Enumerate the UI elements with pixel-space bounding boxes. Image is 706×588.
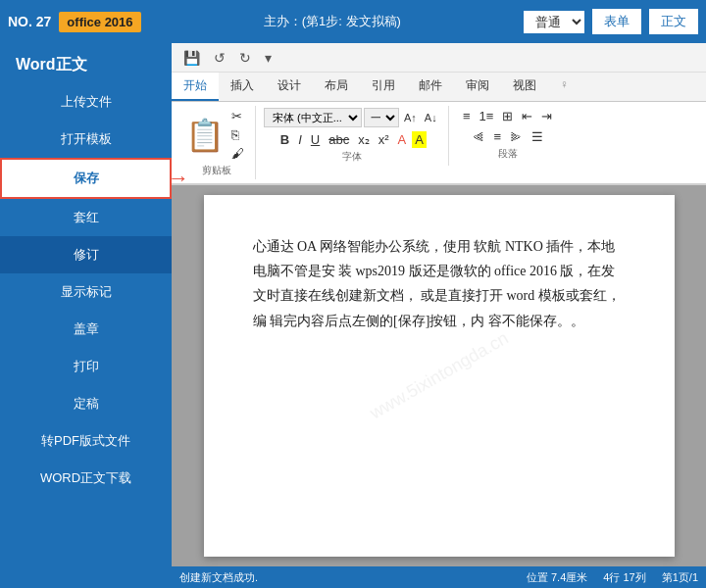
page-indicator: 第1页/1 (662, 570, 698, 585)
sidebar-item-template[interactable]: 打开模板 (0, 121, 172, 158)
status-bar: 创建新文档成功. 位置 7.4厘米 4行 17列 第1页/1 (172, 566, 706, 588)
document-no: NO. 27 (8, 14, 51, 29)
align-right-button[interactable]: ⫸ (507, 128, 526, 145)
sidebar-item-cover[interactable]: 套红 (0, 199, 172, 236)
clipboard-group: 📋 ✂ ⎘ 🖌 剪贴板 (177, 106, 256, 179)
quick-access-toolbar: 💾 ↺ ↻ ▾ (172, 43, 706, 73)
subscript-button[interactable]: x₂ (355, 131, 373, 148)
decrease-font-icon[interactable]: A↓ (422, 111, 440, 124)
undo-icon[interactable]: ↺ (210, 48, 229, 68)
tab-home[interactable]: 开始 (172, 73, 219, 101)
top-bar-title: 主办：(第1步: 发文拟稿) (149, 13, 516, 30)
form-button[interactable]: 表单 (592, 9, 641, 34)
paste-button[interactable]: 📋 (185, 120, 225, 151)
status-message: 创建新文档成功. (179, 570, 527, 585)
sidebar-item-finalize[interactable]: 定稿 (0, 385, 172, 422)
numbering-button[interactable]: 1≡ (477, 108, 497, 124)
main-layout: Word正文 上传文件 打开模板 保存 → 套红 修订 显示标记 盖章 打印 定… (0, 43, 706, 588)
font-label: 字体 (342, 150, 362, 164)
paragraph-label: 段落 (498, 147, 518, 161)
cut-icon[interactable]: ✂ (228, 108, 247, 124)
highlight-button[interactable]: A (412, 131, 427, 148)
tab-help[interactable]: ♀ (548, 73, 580, 101)
increase-indent-button[interactable]: ⇥ (538, 108, 555, 124)
arrow-icon: → (168, 166, 189, 191)
sidebar-title: Word正文 (0, 43, 172, 83)
save-quick-icon[interactable]: 💾 (179, 48, 204, 68)
ribbon-tabs: 开始 插入 设计 布局 引用 邮件 审阅 视图 ♀ (172, 73, 706, 102)
format-paint-icon[interactable]: 🖌 (228, 145, 247, 162)
font-size-select[interactable]: 一号 (364, 108, 399, 127)
font-group: 宋体 (中文正... 一号 A↑ A↓ B I U abc x₂ (256, 106, 449, 166)
multilevel-list-button[interactable]: ⊞ (499, 108, 516, 124)
sidebar-item-seal[interactable]: 盖章 (0, 311, 172, 348)
content-area: 💾 ↺ ↻ ▾ 开始 插入 设计 布局 引用 邮件 审阅 视图 ♀ (172, 43, 706, 588)
tab-mailings[interactable]: 邮件 (407, 73, 454, 101)
underline-button[interactable]: U (308, 131, 323, 148)
italic-button[interactable]: I (295, 131, 305, 148)
sidebar-item-print[interactable]: 打印 (0, 348, 172, 385)
sidebar-item-save[interactable]: 保存 → (0, 158, 172, 199)
status-right: 位置 7.4厘米 4行 17列 第1页/1 (527, 570, 698, 585)
align-left-button[interactable]: ⫷ (469, 128, 487, 145)
redo-icon[interactable]: ↻ (235, 48, 255, 68)
sidebar-item-revision[interactable]: 修订 (0, 236, 172, 273)
tab-layout[interactable]: 布局 (313, 73, 360, 101)
font-name-select[interactable]: 宋体 (中文正... (264, 108, 362, 127)
bullets-button[interactable]: ≡ (460, 108, 474, 124)
word-toolbar: 💾 ↺ ↻ ▾ 开始 插入 设计 布局 引用 邮件 审阅 视图 ♀ (172, 43, 706, 185)
document-text[interactable]: 心通达 OA 网络智能办公系统，使用 软航 NTKO 插件，本地电脑不管是安 装… (253, 234, 626, 333)
tab-review[interactable]: 审阅 (454, 73, 501, 101)
font-color-button[interactable]: A (395, 131, 410, 148)
app-tag: office 2016 (59, 12, 140, 32)
sidebar-item-upload[interactable]: 上传文件 (0, 83, 172, 121)
bold-button[interactable]: B (277, 131, 292, 148)
tab-insert[interactable]: 插入 (219, 73, 266, 101)
copy-icon[interactable]: ⎘ (228, 126, 247, 143)
tab-references[interactable]: 引用 (360, 73, 407, 101)
increase-font-icon[interactable]: A↑ (401, 111, 420, 124)
sidebar-item-marks[interactable]: 显示标记 (0, 273, 172, 311)
decrease-indent-button[interactable]: ⇤ (519, 108, 535, 124)
tab-design[interactable]: 设计 (266, 73, 313, 101)
document-area[interactable]: www.5ixintongda.cn 心通达 OA 网络智能办公系统，使用 软航… (172, 185, 706, 566)
sidebar-item-pdf[interactable]: 转PDF版式文件 (0, 422, 172, 460)
justify-button[interactable]: ☰ (529, 128, 546, 145)
tab-view[interactable]: 视图 (501, 73, 548, 101)
top-bar: NO. 27 office 2016 主办：(第1步: 发文拟稿) 普通 表单 … (0, 0, 706, 43)
sidebar: Word正文 上传文件 打开模板 保存 → 套红 修订 显示标记 盖章 打印 定… (0, 43, 172, 588)
ribbon-body: 📋 ✂ ⎘ 🖌 剪贴板 宋体 (中文正... (172, 102, 706, 184)
cursor-rowcol: 4行 17列 (603, 570, 645, 585)
save-label: 保存 (74, 171, 99, 185)
cursor-position: 位置 7.4厘米 (527, 570, 587, 585)
clipboard-label: 剪贴板 (202, 164, 231, 177)
strikethrough-button[interactable]: abc (326, 131, 352, 148)
align-center-button[interactable]: ≡ (490, 128, 504, 145)
customize-icon[interactable]: ▾ (261, 48, 276, 68)
document-page: www.5ixintongda.cn 心通达 OA 网络智能办公系统，使用 软航… (204, 195, 675, 557)
superscript-button[interactable]: x² (376, 131, 392, 148)
sidebar-item-download[interactable]: WORD正文下载 (0, 460, 172, 497)
text-button[interactable]: 正文 (649, 9, 698, 34)
paragraph-group: ≡ 1≡ ⊞ ⇤ ⇥ ⫷ ≡ ⫸ ☰ 段落 (449, 106, 567, 163)
mode-select[interactable]: 普通 (524, 11, 584, 33)
